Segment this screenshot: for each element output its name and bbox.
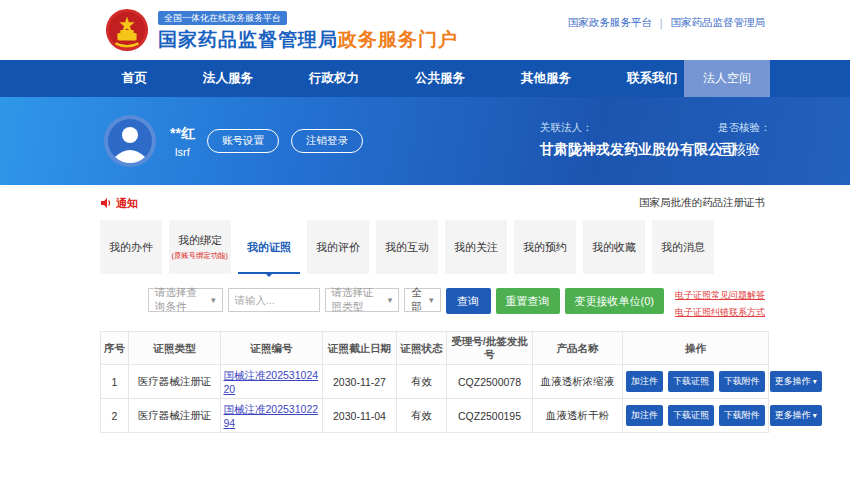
col-actions: 操作 xyxy=(623,332,769,365)
more-actions-button[interactable]: 更多操作▾ xyxy=(770,405,822,426)
download-cert-button[interactable]: 下载证照 xyxy=(668,405,714,426)
verify-status: 是否核验： 已核验 xyxy=(718,121,771,159)
verify-value: 已核验 xyxy=(718,141,771,159)
nav-corp-space[interactable]: 法人空间 xyxy=(684,60,770,97)
tab-my-follows[interactable]: 我的关注 xyxy=(445,220,507,274)
more-actions-button[interactable]: 更多操作▾ xyxy=(770,371,822,392)
cell-seq: 2 xyxy=(101,399,129,433)
chevron-down-icon: ▾ xyxy=(211,295,216,305)
link-nmpa[interactable]: 国家药品监督管理局 xyxy=(671,16,766,30)
cell-cert-type: 医疗器械注册证 xyxy=(129,399,221,433)
cell-expire-date: 2030-11-27 xyxy=(323,365,397,399)
tab-bar: 我的办件 我的绑定 (原账号绑定功能) 我的证照 我的评价 我的互动 我的关注 … xyxy=(100,220,765,274)
username: **红 xyxy=(170,125,195,143)
certificates-table: 序号 证照类型 证照编号 证照截止日期 证照状态 受理号/批签发批号 产品名称 … xyxy=(100,331,769,433)
cell-product-name: 血液透析干粉 xyxy=(533,399,623,433)
header-links: 国家政务服务平台 | 国家药品监督管理局 xyxy=(568,16,765,30)
download-attachment-button[interactable]: 下载附件 xyxy=(719,371,765,392)
site-title-main: 国家药品监督管理局 xyxy=(158,29,338,50)
tab-my-evaluations[interactable]: 我的评价 xyxy=(307,220,369,274)
query-condition-select[interactable]: 请选择查询条件 ▾ xyxy=(148,288,223,312)
notice-row: 通知 国家局批准的药品注册证书 xyxy=(100,193,765,213)
logout-button[interactable]: 注销登录 xyxy=(291,129,363,153)
tab-my-interactions[interactable]: 我的互动 xyxy=(376,220,438,274)
platform-badge: 全国一体化在线政务服务平台 xyxy=(158,11,287,25)
chevron-down-icon: ▾ xyxy=(813,411,817,420)
tab-my-binding-subtitle: (原账号绑定功能) xyxy=(172,250,228,260)
table-row: 2 医疗器械注册证 国械注准20253102294 2030-11-04 有效 … xyxy=(101,399,769,433)
cert-number-link[interactable]: 国械注准20253102294 xyxy=(224,403,320,429)
query-button[interactable]: 查询 xyxy=(446,288,491,314)
col-cert-type: 证照类型 xyxy=(129,332,221,365)
chevron-down-icon: ▾ xyxy=(813,377,817,386)
scope-select[interactable]: 全部 ▾ xyxy=(404,288,440,312)
cell-status: 有效 xyxy=(397,365,447,399)
certificate-type-select[interactable]: 请选择证照类型 ▾ xyxy=(325,288,400,312)
main-content: 通知 国家局批准的药品注册证书 我的办件 我的绑定 (原账号绑定功能) 我的证照… xyxy=(0,193,850,433)
add-note-button[interactable]: 加注件 xyxy=(626,371,663,392)
verify-label: 是否核验： xyxy=(718,121,771,135)
download-attachment-button[interactable]: 下载附件 xyxy=(719,405,765,426)
nav-item-legal-services[interactable]: 法人服务 xyxy=(203,70,253,87)
cell-product-name: 血液透析浓缩液 xyxy=(533,365,623,399)
change-receiver-button[interactable]: 变更接收单位(0) xyxy=(565,288,664,314)
speaker-icon xyxy=(100,197,112,209)
cell-accept-number: CQZ2500195 xyxy=(447,399,533,433)
user-id: lsrf xyxy=(170,146,195,158)
main-nav: 首页 法人服务 行政权力 公共服务 其他服务 联系我们 法人空间 xyxy=(0,60,850,97)
user-banner: **红 lsrf 账号设置 注销登录 关联法人： 甘肃陇神戎发药业股份有限公司 … xyxy=(0,97,850,185)
cell-cert-type: 医疗器械注册证 xyxy=(129,365,221,399)
tab-my-certificates[interactable]: 我的证照 xyxy=(238,220,300,274)
keyword-input[interactable] xyxy=(228,288,320,312)
notice-label-block: 通知 xyxy=(100,196,138,211)
tab-my-reservations[interactable]: 我的预约 xyxy=(514,220,576,274)
active-tab-caret-icon xyxy=(265,273,273,281)
tab-my-messages[interactable]: 我的消息 xyxy=(652,220,714,274)
cell-seq: 1 xyxy=(101,365,129,399)
cert-faq-link[interactable]: 电子证照常见问题解答 xyxy=(675,289,765,302)
table-row: 1 医疗器械注册证 国械注准20253102420 2030-11-27 有效 … xyxy=(101,365,769,399)
filter-toolbar: 请选择查询条件 ▾ 请选择证照类型 ▾ 全部 ▾ 查询 重置查询 变更接收单位(… xyxy=(148,288,765,319)
table-header-row: 序号 证照类型 证照编号 证照截止日期 证照状态 受理号/批签发批号 产品名称 … xyxy=(101,332,769,365)
site-header: 全国一体化在线政务服务平台 国家药品监督管理局政务服务门户 国家政务服务平台 |… xyxy=(0,0,850,60)
tab-my-favorites[interactable]: 我的收藏 xyxy=(583,220,645,274)
add-note-button[interactable]: 加注件 xyxy=(626,405,663,426)
reset-query-button[interactable]: 重置查询 xyxy=(496,288,560,314)
tab-my-applications[interactable]: 我的办件 xyxy=(100,220,162,274)
nav-item-admin-power[interactable]: 行政权力 xyxy=(309,70,359,87)
col-expire-date: 证照截止日期 xyxy=(323,332,397,365)
cell-expire-date: 2030-11-04 xyxy=(323,399,397,433)
cell-status: 有效 xyxy=(397,399,447,433)
nav-item-home[interactable]: 首页 xyxy=(122,70,147,87)
col-status: 证照状态 xyxy=(397,332,447,365)
nav-item-other-services[interactable]: 其他服务 xyxy=(521,70,571,87)
related-legal-entity: 关联法人： 甘肃陇神戎发药业股份有限公司 xyxy=(540,121,736,159)
col-accept-number: 受理号/批签发批号 xyxy=(447,332,533,365)
tab-my-binding[interactable]: 我的绑定 (原账号绑定功能) xyxy=(169,220,231,274)
col-cert-number: 证照编号 xyxy=(221,332,323,365)
download-cert-button[interactable]: 下载证照 xyxy=(668,371,714,392)
site-title-accent: 政务服务门户 xyxy=(338,29,458,50)
brand-block: 全国一体化在线政务服务平台 国家药品监督管理局政务服务门户 xyxy=(158,7,458,53)
cell-accept-number: CQZ2500078 xyxy=(447,365,533,399)
notice-announcement-link[interactable]: 国家局批准的药品注册证书 xyxy=(639,196,765,210)
related-legal-value: 甘肃陇神戎发药业股份有限公司 xyxy=(540,141,736,159)
user-info: **红 lsrf xyxy=(170,125,195,158)
link-gov-platform[interactable]: 国家政务服务平台 xyxy=(568,16,652,30)
help-links: 电子证照常见问题解答 电子证照纠错联系方式 xyxy=(675,288,765,319)
chevron-down-icon: ▾ xyxy=(429,295,434,305)
national-emblem-logo xyxy=(104,7,150,53)
chevron-down-icon: ▾ xyxy=(388,295,393,305)
related-legal-label: 关联法人： xyxy=(540,121,736,135)
avatar[interactable] xyxy=(104,115,156,167)
col-seq: 序号 xyxy=(101,332,129,365)
nav-item-contact[interactable]: 联系我们 xyxy=(627,70,677,87)
cert-correction-contact-link[interactable]: 电子证照纠错联系方式 xyxy=(675,306,765,319)
link-divider: | xyxy=(660,17,663,29)
nav-item-public-services[interactable]: 公共服务 xyxy=(415,70,465,87)
col-product-name: 产品名称 xyxy=(533,332,623,365)
site-title: 国家药品监督管理局政务服务门户 xyxy=(158,27,458,53)
account-settings-button[interactable]: 账号设置 xyxy=(207,129,279,153)
notice-label: 通知 xyxy=(116,196,138,211)
cert-number-link[interactable]: 国械注准20253102420 xyxy=(224,369,320,395)
